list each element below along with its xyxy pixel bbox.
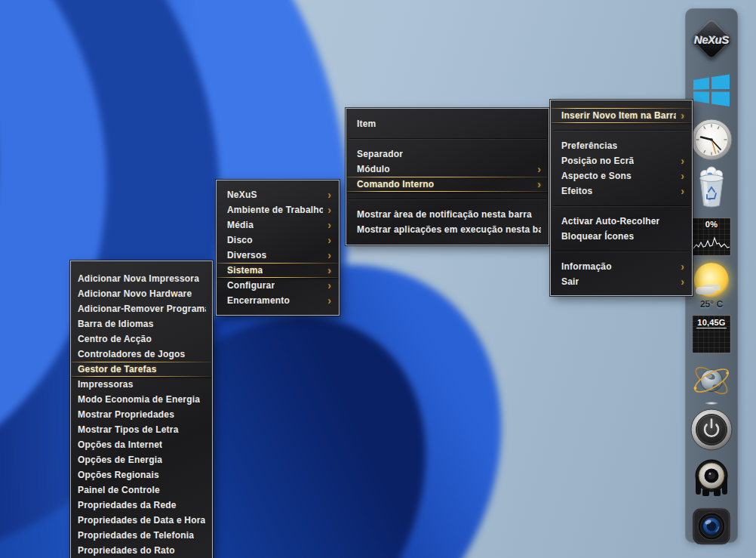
menu-item-label: Configurar — [227, 278, 275, 293]
menu-item[interactable]: Aspecto e Sons› — [551, 168, 692, 183]
submenu-arrow-icon: › — [327, 233, 331, 248]
menu-item-label: Bloquear Ícones — [561, 229, 634, 244]
menu-item[interactable]: Propriedades de Data e Hora — [71, 513, 212, 528]
menu-item-label: Comando Interno — [357, 177, 434, 192]
power-button-graphic — [690, 408, 733, 451]
clock-graphic — [690, 119, 733, 161]
cpu-usage-value: 0% — [693, 220, 730, 229]
menu-item-label: Propriedades da Rede — [78, 498, 177, 513]
menu-item[interactable]: Activar Auto-Recolher — [551, 214, 692, 229]
menu-item-label: Sistema — [227, 263, 263, 278]
temperature-value: 25° C — [690, 299, 733, 310]
menu-item[interactable]: Modo Economia de Energia — [71, 392, 212, 407]
submenu-arrow-icon: › — [327, 263, 331, 278]
menu-item-label: Disco — [227, 233, 253, 248]
disk-meter-widget[interactable]: 10,45G — [692, 315, 731, 353]
menu-item[interactable]: NeXuS› — [217, 187, 339, 202]
windows-logo-icon[interactable] — [692, 72, 731, 108]
speaker-icon[interactable] — [691, 457, 732, 499]
menu-item-label: Inserir Novo Item na Barra — [561, 108, 676, 123]
menu-item-label: Mostrar Tipos de Letra — [78, 422, 179, 437]
menu-item-comando-interno[interactable]: Comando Interno› — [346, 177, 549, 192]
submenu-arrow-icon: › — [537, 177, 541, 192]
menu-item-gestor-de-tarefas[interactable]: Gestor de Tarefas — [71, 362, 212, 377]
menu-item[interactable]: Sair› — [551, 274, 692, 289]
menu-item[interactable]: Adicionar Nova Impressora — [71, 271, 212, 286]
menu-item-label: Ambiente de Trabalho — [227, 202, 323, 217]
submenu-arrow-icon: › — [681, 274, 684, 289]
menu-item[interactable]: Barra de Idiomas — [71, 316, 212, 331]
menu-item[interactable]: Mostrar Tipos de Letra — [71, 422, 212, 437]
menu-item-label: Activar Auto-Recolher — [561, 214, 659, 229]
menu-item[interactable]: Diversos› — [217, 248, 339, 263]
menu-item[interactable]: Item — [346, 116, 549, 131]
menu-item[interactable]: Adicionar Novo Hardware — [71, 286, 212, 301]
menu-item[interactable]: Opções de Energia — [71, 452, 212, 467]
menu-item-inserir-novo-item[interactable]: Inserir Novo Item na Barra› — [551, 108, 692, 123]
clock-icon[interactable] — [690, 119, 733, 161]
camera-graphic — [691, 506, 732, 547]
menu-item-label: Barra de Idiomas — [78, 316, 154, 331]
recycle-bin-icon[interactable] — [691, 166, 732, 210]
menu-item[interactable]: Mostrar Propriedades — [71, 407, 212, 422]
menu-item[interactable]: Adicionar-Remover Programas — [71, 301, 212, 316]
menu-item[interactable]: Propriedades de Telefonia — [71, 528, 212, 543]
menu-separator — [551, 123, 692, 138]
cpu-meter-widget[interactable]: 0% — [692, 217, 731, 256]
menu-item[interactable]: Opções da Internet — [71, 437, 212, 452]
menu-item-label: Modo Economia de Energia — [78, 392, 200, 407]
menu-item[interactable]: Ambiente de Trabalho› — [217, 202, 339, 217]
menu-item-label: Gestor de Tarefas — [78, 362, 157, 377]
menu-item[interactable]: Mostrar aplicações em execução nesta bar… — [346, 222, 549, 237]
menu-item[interactable]: Centro de Acção — [71, 331, 212, 347]
menu-item[interactable]: Preferências — [551, 138, 692, 153]
menu-item[interactable]: Painel de Controle — [71, 482, 212, 498]
menu-item[interactable]: Propriedades do Rato — [71, 543, 212, 558]
menu-item[interactable]: Efeitos› — [551, 183, 692, 199]
menu-item[interactable]: Média› — [217, 217, 339, 233]
menu-item-label: Opções da Internet — [78, 437, 162, 452]
menu-item-label: Informação — [561, 259, 612, 274]
nexus-dock: NeXuS — [685, 8, 738, 543]
network-globe-icon[interactable] — [690, 360, 733, 401]
menu-item[interactable]: Opções Regionais — [71, 467, 212, 482]
menu-item-label: Propriedades de Data e Hora — [78, 513, 205, 528]
menu-item[interactable]: Impressoras — [71, 377, 212, 392]
menu-item[interactable]: Bloquear Ícones — [551, 229, 692, 244]
camera-icon[interactable] — [691, 506, 732, 547]
menu-item-label: Diversos — [227, 248, 266, 263]
menu-item-label: Opções Regionais — [78, 467, 159, 482]
submenu-arrow-icon: › — [327, 202, 331, 217]
menu-item-label: Controladores de Jogos — [78, 347, 185, 362]
menu-item-label: Preferências — [561, 138, 617, 153]
menu-item[interactable]: Controladores de Jogos — [71, 347, 212, 362]
menu-item[interactable]: Encerramento› — [217, 293, 339, 308]
system-submenu: Adicionar Nova Impressora Adicionar Novo… — [70, 261, 213, 558]
menu-item[interactable]: Informação› — [551, 259, 692, 274]
menu-item[interactable]: Mostrar àrea de notificação nesta barra — [346, 207, 549, 222]
menu-item-label: NeXuS — [227, 187, 257, 202]
submenu-arrow-icon: › — [681, 168, 684, 183]
nexus-logo-icon[interactable]: NeXuS — [687, 17, 736, 63]
menu-item-label: Opções de Energia — [78, 452, 162, 467]
menu-item-sistema[interactable]: Sistema› — [217, 263, 339, 278]
menu-separator — [346, 192, 549, 207]
submenu-arrow-icon: › — [327, 217, 331, 233]
menu-item-label: Mostrar aplicações em execução nesta bar… — [357, 222, 541, 237]
weather-widget[interactable]: 25° C — [690, 263, 733, 313]
menu-item[interactable]: Módulo› — [346, 162, 549, 177]
menu-item-label: Mostrar àrea de notificação nesta barra — [357, 207, 532, 222]
recycle-bin-graphic — [691, 166, 732, 210]
menu-item-label: Efeitos — [561, 183, 592, 199]
menu-item[interactable]: Separador — [346, 146, 549, 162]
menu-item[interactable]: Configurar› — [217, 278, 339, 293]
menu-item[interactable]: Posição no Ecrã› — [551, 153, 692, 168]
menu-item-label: Propriedades do Rato — [78, 543, 175, 558]
power-button-icon[interactable] — [690, 408, 733, 451]
menu-item-label: Separador — [357, 146, 403, 162]
menu-item-label: Impressoras — [78, 377, 134, 392]
menu-item[interactable]: Disco› — [217, 233, 339, 248]
menu-item-label: Item — [357, 116, 376, 131]
menu-item-label: Mostrar Propriedades — [78, 407, 174, 422]
menu-item[interactable]: Propriedades da Rede — [71, 498, 212, 513]
